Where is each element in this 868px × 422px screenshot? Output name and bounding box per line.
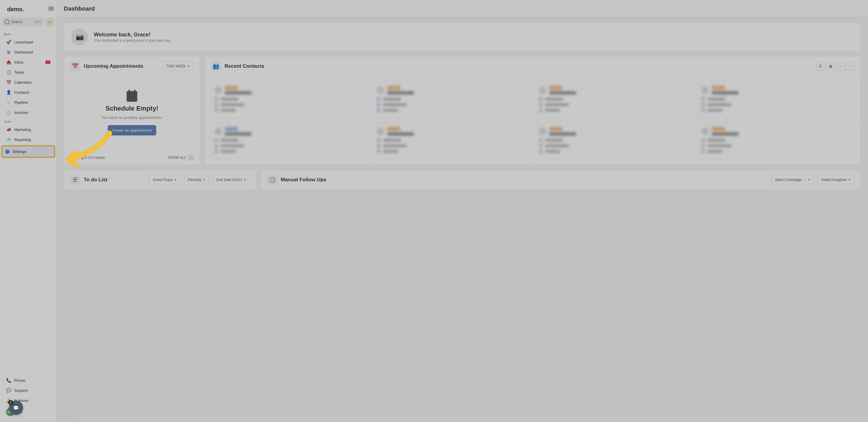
sidebar-item-settings[interactable]: Settings xyxy=(1,145,55,158)
main: Dashboard 📷 Welcome back, Grace! Your da… xyxy=(57,0,868,422)
sidebar-item-reporting[interactable]: ◔Reporting xyxy=(2,135,55,144)
welcome-title: Welcome back, Grace! xyxy=(94,32,171,38)
empty-calendar-icon xyxy=(127,91,137,102)
sidebar: demo. Search ctrl K ⚡ Apps 🚀Launchpad ▦D… xyxy=(0,0,57,422)
hamburger-icon[interactable] xyxy=(48,6,54,11)
contact-card[interactable] xyxy=(535,123,693,159)
megaphone-icon: 📣 xyxy=(6,127,11,132)
calendar-icon: 📅 xyxy=(6,79,11,85)
clipboard-icon: 📋 xyxy=(267,175,277,185)
chevron-down-icon xyxy=(203,179,205,181)
chat-icon: 💬 xyxy=(13,405,19,411)
contact-card[interactable] xyxy=(373,81,531,118)
contacts-card-icon: 👥 xyxy=(211,61,221,71)
welcome-card: 📷 Welcome back, Grace! Your dashboard is… xyxy=(64,23,861,52)
sidebar-item-support[interactable]: 💬Support xyxy=(2,385,55,395)
topbar: Dashboard xyxy=(57,0,868,18)
logo-area: demo. xyxy=(0,0,57,18)
list-view-toggle[interactable]: ☰ xyxy=(816,62,825,70)
next-page-button[interactable]: › xyxy=(846,62,855,70)
sidebar-item-launchpad[interactable]: 🚀Launchpad xyxy=(2,37,55,47)
todo-card: ☰ To do List Grace Puyot Pending Due Dat… xyxy=(64,170,256,190)
sidebar-item-phone[interactable]: 📞Phone xyxy=(2,375,55,385)
chat-widget[interactable]: 💬 8 xyxy=(9,401,23,415)
sidebar-item-pipeline[interactable]: ▽Pipeline xyxy=(2,97,55,107)
calendar-card-icon: 📅 xyxy=(70,61,80,71)
contact-card[interactable] xyxy=(210,81,369,118)
chevron-down-icon xyxy=(174,179,177,181)
contacts-title: Recent Contacts xyxy=(224,63,264,69)
todo-status-filter[interactable]: Pending xyxy=(184,175,209,185)
inbox-icon: 📥 xyxy=(6,59,11,65)
settings-dot-icon xyxy=(5,150,9,154)
chat-badge: 8 xyxy=(8,400,13,405)
campaign-select[interactable]: Select Campaign ... xyxy=(771,175,814,185)
welcome-subtitle: Your dashboard is a great place to start… xyxy=(94,38,171,42)
search-placeholder: Search xyxy=(11,20,23,24)
contacts-grid xyxy=(205,76,861,165)
grid-view-toggle[interactable]: ▦ xyxy=(826,62,835,70)
bolt-button[interactable]: ⚡ xyxy=(45,18,54,26)
sidebar-item-calendars[interactable]: 📅Calendars xyxy=(2,77,55,87)
empty-subtitle: You have no pending appointments. xyxy=(101,115,163,120)
page-title: Dashboard xyxy=(64,5,861,12)
create-appointment-button[interactable]: Create an appointment xyxy=(108,125,156,135)
support-icon: 💬 xyxy=(6,388,11,393)
tasks-icon: 📋 xyxy=(6,69,11,75)
empty-title: Schedule Empty! xyxy=(105,105,158,112)
search-icon xyxy=(5,20,9,24)
phone-icon: 📞 xyxy=(6,378,11,383)
sidebar-item-inbox[interactable]: 📥Inbox2 xyxy=(2,57,55,67)
chart-icon: ◔ xyxy=(6,137,11,142)
rocket-icon: 🚀 xyxy=(6,39,11,45)
prev-page-button[interactable]: ‹ xyxy=(836,62,845,70)
list-icon: ☰ xyxy=(70,175,80,185)
avatar-upload[interactable]: 📷 xyxy=(71,29,88,45)
search-input[interactable]: Search ctrl K xyxy=(2,18,43,26)
followups-card: 📋 Manual Follow Ups Select Campaign ... … xyxy=(261,170,861,190)
contact-card[interactable] xyxy=(535,81,693,118)
sidebar-item-dashboard[interactable]: ▦Dashboard xyxy=(2,47,55,57)
inbox-badge: 2 xyxy=(45,60,51,64)
sidebar-item-contacts[interactable]: 👤Contacts xyxy=(2,87,55,97)
appointments-count: Showing 0 of 0 results xyxy=(70,156,105,160)
search-shortcut: ctrl K xyxy=(34,21,41,24)
contact-card[interactable] xyxy=(210,123,369,159)
section-apps-label: Apps xyxy=(0,30,57,37)
chevron-down-icon xyxy=(244,179,246,181)
contact-card[interactable] xyxy=(373,123,531,159)
sidebar-item-tasks[interactable]: 📋Tasks xyxy=(2,67,55,77)
pipeline-icon: ▽ xyxy=(6,100,11,105)
upcoming-appointments-card: 📅 Upcoming Appointments THIS WEEK Schedu… xyxy=(64,56,200,165)
contact-card[interactable] xyxy=(697,81,856,118)
camera-icon: 📷 xyxy=(76,33,84,41)
invoices-icon: 🧾 xyxy=(6,110,11,115)
chevron-down-icon xyxy=(808,179,810,181)
recent-contacts-card: 👥 Recent Contacts ☰ ▦ ‹ › xyxy=(205,56,861,165)
appointments-filter-dropdown[interactable]: THIS WEEK xyxy=(162,62,194,71)
sidebar-item-marketing[interactable]: 📣Marketing xyxy=(2,125,55,135)
chevron-down-icon xyxy=(188,66,190,67)
appointments-title: Upcoming Appointments xyxy=(84,63,143,69)
logo: demo. xyxy=(7,6,50,13)
chevron-down-icon xyxy=(848,179,851,181)
contacts-icon: 👤 xyxy=(6,90,11,95)
todo-user-filter[interactable]: Grace Puyot xyxy=(149,175,181,185)
chevron-right-icon: › xyxy=(188,155,194,161)
contact-card[interactable] xyxy=(697,123,856,159)
todo-sort-filter[interactable]: Due Date (ASC) xyxy=(212,175,250,185)
dashboard-icon: ▦ xyxy=(6,50,11,55)
sidebar-item-invoices[interactable]: 🧾Invoices xyxy=(2,107,55,118)
section-tools-label: Tools xyxy=(0,118,57,125)
followups-title: Manual Follow Ups xyxy=(281,177,326,183)
todo-title: To do List xyxy=(84,177,107,183)
show-all-button[interactable]: SHOW ALL› xyxy=(168,155,194,161)
assignee-select[interactable]: Select Assignee xyxy=(818,175,855,185)
